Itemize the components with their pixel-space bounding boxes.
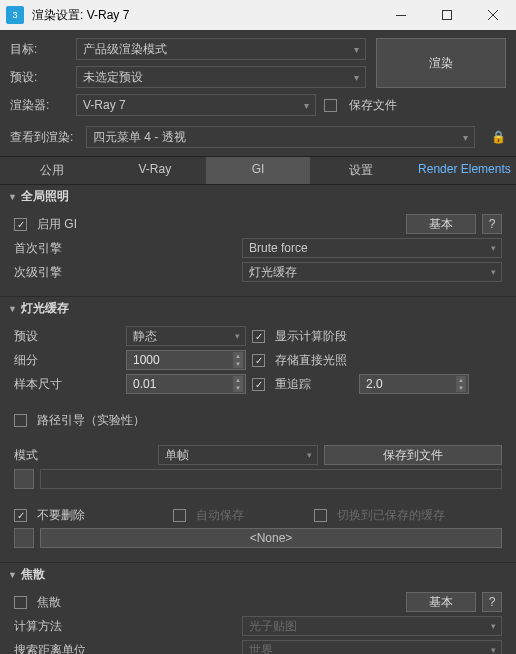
dont-delete-checkbox[interactable] xyxy=(14,509,27,522)
sample-size-label: 样本尺寸 xyxy=(14,376,120,393)
path-guide-label: 路径引导（实验性） xyxy=(37,412,145,429)
file-browse-button[interactable] xyxy=(14,469,34,489)
calc-method-dropdown: 光子贴图 xyxy=(242,616,502,636)
caustics-enable-label: 焦散 xyxy=(37,594,61,611)
caustics-enable-checkbox[interactable] xyxy=(14,596,27,609)
show-calc-checkbox[interactable] xyxy=(252,330,265,343)
view-label: 查看到渲染: xyxy=(10,129,78,146)
view-dropdown[interactable]: 四元菜单 4 - 透视 xyxy=(86,126,475,148)
caustics-section-title: 焦散 xyxy=(21,566,45,583)
save-file-checkbox[interactable] xyxy=(324,99,337,112)
render-button[interactable]: 渲染 xyxy=(376,38,506,88)
lc-file-path[interactable] xyxy=(40,469,502,489)
chevron-down-icon: ▼ xyxy=(8,304,17,314)
save-to-file-button[interactable]: 保存到文件 xyxy=(324,445,502,465)
window-title: 渲染设置: V-Ray 7 xyxy=(32,7,378,24)
auto-save-checkbox[interactable] xyxy=(173,509,186,522)
retrace-spinner[interactable]: 2.0▲▼ xyxy=(359,374,469,394)
preset-dropdown[interactable]: 未选定预设 xyxy=(76,66,366,88)
path-guide-checkbox[interactable] xyxy=(14,414,27,427)
maximize-button[interactable] xyxy=(424,0,470,30)
caustics-help-button[interactable]: ? xyxy=(482,592,502,612)
lc-preset-dropdown[interactable]: 静态 xyxy=(126,326,246,346)
subdiv-label: 细分 xyxy=(14,352,120,369)
enable-gi-checkbox[interactable] xyxy=(14,218,27,231)
secondary-engine-dropdown[interactable]: 灯光缓存 xyxy=(242,262,502,282)
tab-bar: 公用 V-Ray GI 设置 Render Elements xyxy=(0,157,516,185)
auto-save-path[interactable]: <None> xyxy=(40,528,502,548)
svg-rect-0 xyxy=(396,15,406,16)
primary-engine-label: 首次引擎 xyxy=(14,240,236,257)
dist-unit-dropdown: 世界 xyxy=(242,640,502,654)
svg-rect-1 xyxy=(443,11,452,20)
gi-mode-button[interactable]: 基本 xyxy=(406,214,476,234)
caustics-mode-button[interactable]: 基本 xyxy=(406,592,476,612)
render-config-panel: 目标: 产品级渲染模式 预设: 未选定预设 渲染 渲染器: V-Ray 7 保存… xyxy=(0,30,516,157)
secondary-engine-label: 次级引擎 xyxy=(14,264,236,281)
switch-saved-checkbox[interactable] xyxy=(314,509,327,522)
tab-gi[interactable]: GI xyxy=(206,157,309,184)
tab-render-elements[interactable]: Render Elements xyxy=(413,157,516,184)
calc-method-label: 计算方法 xyxy=(14,618,236,635)
chevron-down-icon: ▼ xyxy=(8,192,17,202)
gi-tab-content: ▼ 全局照明 启用 GI 基本 ? 首次引擎 Brute force 次级引擎 … xyxy=(0,185,516,654)
gi-section-header[interactable]: ▼ 全局照明 xyxy=(0,185,516,208)
show-calc-label: 显示计算阶段 xyxy=(275,328,347,345)
gi-help-button[interactable]: ? xyxy=(482,214,502,234)
preset-label: 预设: xyxy=(10,69,68,86)
close-button[interactable] xyxy=(470,0,516,30)
tab-vray[interactable]: V-Ray xyxy=(103,157,206,184)
target-dropdown[interactable]: 产品级渲染模式 xyxy=(76,38,366,60)
target-label: 目标: xyxy=(10,41,68,58)
lightcache-section-header[interactable]: ▼ 灯光缓存 xyxy=(0,297,516,320)
lc-mode-dropdown[interactable]: 单帧 xyxy=(158,445,318,465)
subdiv-spinner[interactable]: 1000▲▼ xyxy=(126,350,246,370)
lc-mode-label: 模式 xyxy=(14,447,152,464)
renderer-dropdown[interactable]: V-Ray 7 xyxy=(76,94,316,116)
retrace-label: 重追踪 xyxy=(275,376,353,393)
app-icon: 3 xyxy=(6,6,24,24)
primary-engine-dropdown[interactable]: Brute force xyxy=(242,238,502,258)
retrace-checkbox[interactable] xyxy=(252,378,265,391)
save-file-label: 保存文件 xyxy=(349,97,397,114)
dont-delete-label: 不要删除 xyxy=(37,507,167,524)
minimize-button[interactable] xyxy=(378,0,424,30)
renderer-label: 渲染器: xyxy=(10,97,68,114)
auto-save-label: 自动保存 xyxy=(196,507,308,524)
store-direct-checkbox[interactable] xyxy=(252,354,265,367)
auto-save-browse-button[interactable] xyxy=(14,528,34,548)
dist-unit-label: 搜索距离单位 xyxy=(14,642,236,655)
caustics-section-header[interactable]: ▼ 焦散 xyxy=(0,563,516,586)
gi-section-title: 全局照明 xyxy=(21,188,69,205)
store-direct-label: 存储直接光照 xyxy=(275,352,347,369)
chevron-down-icon: ▼ xyxy=(8,570,17,580)
title-bar: 3 渲染设置: V-Ray 7 xyxy=(0,0,516,30)
enable-gi-label: 启用 GI xyxy=(37,216,77,233)
tab-common[interactable]: 公用 xyxy=(0,157,103,184)
tab-settings[interactable]: 设置 xyxy=(310,157,413,184)
lc-preset-label: 预设 xyxy=(14,328,120,345)
lock-icon[interactable]: 🔒 xyxy=(491,130,506,144)
sample-size-spinner[interactable]: 0.01▲▼ xyxy=(126,374,246,394)
lightcache-section-title: 灯光缓存 xyxy=(21,300,69,317)
switch-saved-label: 切换到已保存的缓存 xyxy=(337,507,445,524)
